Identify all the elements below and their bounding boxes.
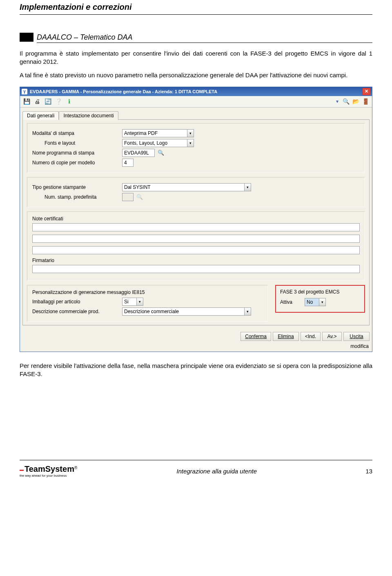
- tab-dati-generali[interactable]: Dati generali: [22, 111, 59, 120]
- label-numstamp: Num. stamp. predefinita: [32, 194, 122, 200]
- imballaggi-select[interactable]: Si ▾: [122, 298, 143, 306]
- group-fase3: FASE 3 del progetto EMCS Attiva No ▾: [275, 285, 365, 313]
- fase3-title: FASE 3 del progetto EMCS: [280, 289, 360, 295]
- fonts-value: Fonts, Layout, Logo: [122, 139, 187, 147]
- folder-icon[interactable]: 📂: [352, 97, 360, 105]
- chevron-down-icon: ▾: [319, 298, 326, 306]
- notecert-line3[interactable]: [32, 246, 360, 254]
- nomeprog-input[interactable]: EVDAA99L: [122, 149, 155, 157]
- footer-logo: TeamSystem® the way ahead for your busin…: [20, 464, 77, 477]
- tab-strip: Dati generali Intestazione documenti: [22, 111, 370, 119]
- print-icon[interactable]: 🖨: [33, 97, 41, 105]
- group-ie815: Personalizzazione di generazione messagg…: [27, 285, 268, 322]
- button-bar: Conferma Elimina <Ind. Av.> Uscita: [20, 328, 372, 343]
- tab-intestazione-documenti[interactable]: Intestazione documenti: [59, 111, 118, 120]
- close-icon[interactable]: ✕: [362, 88, 370, 95]
- footer-center-text: Integrazione alla guida utente: [77, 468, 356, 475]
- info-icon[interactable]: ℹ: [65, 97, 73, 105]
- label-imballaggi: Imballaggi per articolo: [32, 299, 122, 305]
- notecert-line1[interactable]: [32, 223, 360, 231]
- elimina-button[interactable]: Elimina: [273, 332, 299, 341]
- paragraph-1: Il programma è stato implementato per co…: [20, 49, 372, 66]
- search-icon[interactable]: 🔍: [342, 97, 350, 105]
- tipogest-value: Dal SYSINT: [122, 183, 245, 191]
- conferma-button[interactable]: Conferma: [241, 332, 271, 341]
- label-tipogest: Tipo gestione stampante: [32, 184, 122, 190]
- numstamp-input[interactable]: [122, 193, 134, 201]
- footer-page-number: 13: [356, 468, 372, 475]
- refresh-icon[interactable]: 🔄: [44, 97, 52, 105]
- chevron-down-icon[interactable]: ▾: [336, 99, 340, 104]
- modalita-select[interactable]: Anteprima PDF ▾: [122, 129, 194, 137]
- label-copie: Numero di copie per modello: [32, 160, 122, 166]
- label-ie815: Personalizzazione di generazione messagg…: [32, 289, 263, 295]
- paragraph-2: A tal fine è stato previsto un nuovo par…: [20, 71, 372, 79]
- tab-pane: Modalita' di stampa Anteprima PDF ▾ Font…: [22, 119, 370, 325]
- descr-select[interactable]: Descrizione commerciale ▾: [122, 307, 251, 316]
- lookup-icon[interactable]: 🔍: [136, 193, 143, 201]
- app-window: γ EVDAAPERS - GAMMA - Personalizzazione …: [20, 87, 372, 352]
- notecert-line2[interactable]: [32, 235, 360, 243]
- lookup-icon[interactable]: 🔍: [157, 149, 165, 157]
- label-attiva: Attiva: [280, 299, 301, 305]
- chevron-down-icon: ▾: [137, 298, 143, 306]
- help-icon[interactable]: ❔: [54, 97, 62, 105]
- attiva-value: No: [305, 298, 319, 306]
- tipogest-select[interactable]: Dal SYSINT ▾: [122, 183, 251, 191]
- group-stampa: Modalita' di stampa Anteprima PDF ▾ Font…: [27, 123, 365, 173]
- save-icon[interactable]: 💾: [22, 97, 31, 105]
- group-stampante: Tipo gestione stampante Dal SYSINT ▾ Num…: [27, 177, 365, 207]
- app-icon: γ: [22, 89, 27, 94]
- label-descr: Descrizione commerciale prod.: [32, 309, 122, 314]
- copie-input[interactable]: 4: [122, 159, 134, 167]
- section-title: DAAALCO – Telematico DAA: [37, 33, 132, 42]
- label-firmatario: Firmatario: [32, 258, 360, 263]
- status-bar: modifica: [20, 343, 372, 352]
- chevron-down-icon: ▾: [187, 129, 194, 137]
- exit-icon[interactable]: 🚪: [361, 97, 370, 105]
- label-nomeprog: Nome programma di stampa: [32, 150, 122, 156]
- descr-value: Descrizione commerciale: [122, 307, 245, 316]
- av-button[interactable]: Av.>: [322, 332, 342, 341]
- paragraph-3: Per rendere visibile l'attivazione della…: [20, 362, 372, 379]
- status-text: modifica: [350, 343, 369, 349]
- imballaggi-value: Si: [122, 298, 137, 306]
- label-modalita: Modalita' di stampa: [32, 130, 122, 136]
- uscita-button[interactable]: Uscita: [343, 332, 370, 341]
- firmatario-input[interactable]: [32, 265, 360, 273]
- toolbar: 💾 🖨 🔄 ❔ ℹ ▾ 🔍 📂 🚪: [20, 96, 372, 108]
- chevron-down-icon: ▾: [245, 307, 251, 316]
- section-bullet: [20, 33, 33, 42]
- page-header: Implementazioni e correzioni: [20, 0, 372, 13]
- label-fonts: Fonts e layout: [32, 140, 122, 146]
- header-rule: [20, 14, 372, 15]
- group-note-firmatario: Note certificati Firmatario: [27, 211, 365, 281]
- section-rule: [37, 43, 372, 43]
- window-titlebar: γ EVDAAPERS - GAMMA - Personalizzazione …: [20, 87, 372, 96]
- label-notecert: Note certificati: [32, 216, 360, 222]
- window-title: EVDAAPERS - GAMMA - Personalizzazione ge…: [30, 89, 217, 94]
- fonts-select[interactable]: Fonts, Layout, Logo ▾: [122, 139, 194, 147]
- modalita-value: Anteprima PDF: [122, 129, 187, 137]
- ind-button[interactable]: <Ind.: [301, 332, 321, 341]
- attiva-select[interactable]: No ▾: [305, 298, 326, 306]
- chevron-down-icon: ▾: [245, 183, 251, 191]
- chevron-down-icon: ▾: [187, 139, 194, 147]
